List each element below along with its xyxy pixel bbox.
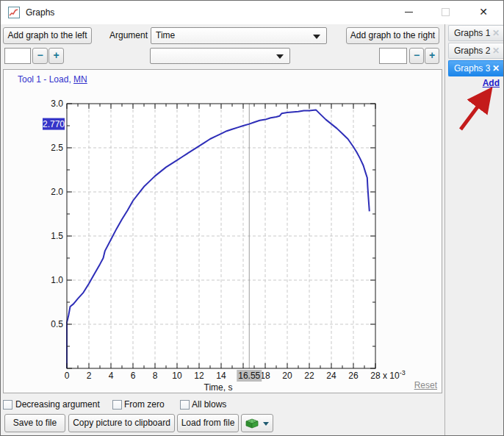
svg-text:20: 20 [282, 371, 292, 381]
svg-text:2.5: 2.5 [51, 143, 63, 153]
svg-text:18: 18 [260, 371, 270, 381]
tab-label: Graphs 3 [454, 63, 490, 74]
right-plus-button[interactable]: + [425, 48, 439, 64]
lego-brick-icon [245, 417, 259, 429]
svg-text:2: 2 [87, 371, 92, 381]
svg-text:10: 10 [172, 371, 182, 381]
chevron-down-icon [263, 422, 269, 426]
reset-link[interactable]: Reset [414, 380, 437, 390]
export-dropdown-button[interactable] [241, 414, 273, 432]
add-graph-left-button[interactable]: Add graph to the left [3, 27, 92, 44]
right-minus-button[interactable]: − [409, 48, 424, 64]
load-from-file-button[interactable]: Load from file [177, 414, 239, 432]
all-blows-label: All blows [192, 399, 226, 410]
close-icon[interactable]: ✕ [492, 28, 500, 38]
chevron-down-icon [276, 54, 284, 59]
from-zero-checkbox[interactable] [112, 400, 122, 410]
argument-label: Argument [109, 30, 148, 40]
svg-text:1.5: 1.5 [51, 231, 63, 241]
sidebar-divider[interactable] [444, 24, 445, 435]
svg-text:4: 4 [109, 371, 114, 381]
minimize-icon [405, 12, 413, 12]
svg-text:3.0: 3.0 [51, 99, 63, 109]
close-icon[interactable]: ✕ [492, 46, 500, 56]
svg-text:2.0: 2.0 [51, 187, 63, 197]
maximize-button [427, 1, 464, 24]
svg-text:16.55: 16.55 [238, 371, 260, 381]
secondary-select[interactable] [150, 48, 290, 64]
argument-value: Time [156, 30, 175, 40]
decreasing-argument-checkbox[interactable] [3, 400, 12, 410]
close-button[interactable]: ✕ [464, 1, 503, 24]
svg-text:12: 12 [194, 371, 204, 381]
red-arrow-icon [447, 87, 503, 138]
svg-text:6: 6 [131, 371, 136, 381]
copy-picture-button[interactable]: Copy picture to clipboard [68, 414, 175, 432]
svg-text:x 10-3: x 10-3 [383, 369, 406, 381]
left-count-input[interactable] [4, 48, 31, 64]
left-minus-button[interactable]: − [32, 48, 48, 64]
add-graph-right-button[interactable]: Add graph to the right [346, 27, 439, 44]
graphs-sidebar: Graphs 1 ✕ Graphs 2 ✕ Graphs 3 ✕ Add [446, 24, 503, 435]
svg-text:0: 0 [65, 371, 70, 381]
chart-panel: Tool 1 - Load, MN 0246810121418202224262… [3, 69, 442, 393]
svg-text:0.5: 0.5 [51, 319, 63, 329]
tab-graphs-3[interactable]: Graphs 3 ✕ [448, 60, 503, 76]
from-zero-label: From zero [124, 399, 165, 410]
line-chart-icon [8, 7, 20, 18]
svg-text:24: 24 [326, 371, 336, 381]
tab-label: Graphs 1 [454, 28, 490, 38]
svg-text:26: 26 [348, 371, 359, 381]
argument-select[interactable]: Time [151, 27, 327, 44]
window-title: Graphs [26, 1, 54, 24]
tab-graphs-1[interactable]: Graphs 1 ✕ [448, 25, 503, 41]
graphs-window: Graphs ✕ Add graph to the left Argument … [0, 0, 504, 436]
svg-text:2.770: 2.770 [43, 119, 65, 129]
left-plus-button[interactable]: + [48, 48, 64, 64]
minimize-button[interactable] [390, 1, 427, 24]
close-icon[interactable]: ✕ [492, 63, 500, 74]
chevron-down-icon [313, 35, 320, 39]
svg-text:Time, s: Time, s [204, 382, 233, 393]
svg-text:1.0: 1.0 [51, 275, 63, 285]
svg-text:8: 8 [153, 371, 158, 381]
plot-canvas[interactable]: 0246810121418202224262816.553.02.52.01.5… [4, 70, 442, 393]
save-to-file-button[interactable]: Save to file [4, 414, 65, 432]
close-icon: ✕ [479, 6, 488, 18]
svg-text:22: 22 [304, 371, 314, 381]
tab-label: Graphs 2 [454, 46, 490, 56]
svg-text:28: 28 [370, 371, 381, 381]
title-bar: Graphs ✕ [1, 1, 503, 24]
all-blows-checkbox[interactable] [180, 400, 190, 410]
right-count-input[interactable] [379, 48, 407, 64]
maximize-icon [442, 8, 450, 16]
decreasing-argument-label: Decreasing argument [15, 399, 100, 410]
tab-graphs-2[interactable]: Graphs 2 ✕ [448, 43, 503, 59]
svg-text:14: 14 [216, 371, 226, 381]
